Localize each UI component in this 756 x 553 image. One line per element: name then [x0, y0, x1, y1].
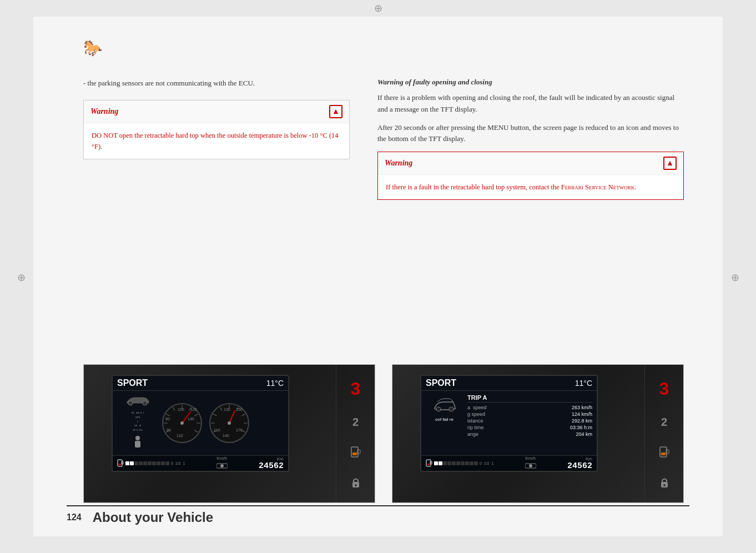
- oof-fail-text: oof fail re: [435, 417, 453, 422]
- trip-info-area: oof fail re TRIP A a speed 263 km/h g sp…: [421, 391, 597, 455]
- stat-value-0: 263 km/h: [572, 405, 592, 410]
- fuel-indicator-left: 0 1/2 1: [117, 459, 185, 468]
- stat-value-3: 03:36 h:m: [570, 425, 592, 430]
- tft-header-right: SPORT 11°C: [421, 376, 597, 391]
- fuel-seg: [157, 461, 160, 465]
- warning-header-1: Warning ▲: [84, 100, 349, 123]
- fuel-seg: [139, 461, 143, 465]
- gauge-2: 110 130 150 170 140: [207, 401, 251, 445]
- dist-label-right: Km: [567, 456, 592, 461]
- warning-title-2: Warning: [385, 159, 412, 168]
- fuel-seg: [148, 461, 152, 465]
- svg-point-48: [355, 484, 357, 486]
- warning-box-1: Warning ▲ DO NOT open the retractable ha…: [83, 100, 350, 159]
- car-silhouette: [124, 395, 152, 408]
- dash-inner-right: SPORT 11°C: [392, 365, 683, 502]
- warning-icon-2: ▲: [663, 157, 677, 170]
- panel-label-left: rk se s rurerss est c es: [131, 411, 144, 433]
- dash-right-side-left: 3 2: [336, 365, 375, 502]
- fuel-scale-left: 0 1/2 1: [171, 461, 185, 465]
- svg-rect-57: [661, 453, 666, 455]
- odometer-left: Km 24562: [259, 456, 284, 471]
- tft-mode-right: SPORT: [426, 378, 456, 388]
- fuel-seg: [134, 461, 138, 465]
- fuel-indicator-right: 0 1/2 1: [426, 459, 493, 468]
- svg-rect-45: [352, 453, 357, 455]
- gear-indicator-right: 3: [659, 379, 669, 399]
- stat-row-1: g speed 124 km/h: [467, 411, 592, 417]
- odometer-value-right: 24562: [567, 461, 592, 471]
- parking-sensors-text: - the parking sensors are not communicat…: [83, 78, 350, 89]
- odometer-value-left: 24562: [259, 461, 284, 471]
- dash-inner-left: SPORT 11°C: [84, 365, 375, 502]
- right-column: Warning of faulty opening and closing If…: [377, 78, 684, 211]
- section-title: Warning of faulty opening and closing: [377, 78, 684, 87]
- trip-left-panel: oof fail re: [424, 393, 465, 453]
- svg-point-60: [663, 484, 666, 486]
- warning-body-1: DO NOT open the retractable hard top whe…: [84, 123, 349, 159]
- svg-point-50: [449, 407, 453, 411]
- tft-temp-left: 11°C: [266, 379, 284, 388]
- warning-text-2-post: .: [634, 183, 636, 191]
- warning-body-2: If there is a fault in the retractable h…: [378, 175, 683, 199]
- stat-row-2: istance 292.8 km: [467, 418, 592, 424]
- page-footer: 124 About your Vehicle: [67, 505, 689, 525]
- svg-point-49: [436, 407, 441, 411]
- fuel-seg: [161, 461, 165, 465]
- tft-header-left: SPORT 11°C: [113, 376, 288, 391]
- gear-num-right: 2: [661, 416, 667, 429]
- svg-rect-3: [135, 441, 140, 448]
- gauges-container: 80 100 120 90 140 110: [160, 401, 285, 445]
- speed-label-right: Km/h: [525, 456, 536, 461]
- stat-value-4: 204 km: [576, 431, 592, 437]
- svg-text:100: 100: [178, 408, 184, 411]
- svg-text:90: 90: [165, 417, 170, 421]
- tft-bottom-left: 0 1/2 1 Km/h Km 24562: [113, 455, 288, 471]
- crossmark-right-mid: ⊕: [729, 272, 740, 283]
- svg-point-55: [529, 464, 532, 467]
- stat-row-3: rip time 03:36 h:m: [467, 425, 592, 430]
- footer-title: About your Vehicle: [93, 510, 213, 525]
- crossmark-left-mid: ⊕: [16, 272, 27, 283]
- stat-label-4: ange: [467, 431, 478, 437]
- svg-point-2: [135, 436, 140, 440]
- crossmark-top-center: ⊕: [372, 3, 384, 14]
- svg-text:120: 120: [190, 408, 197, 411]
- page-wrapper: 🐎 - the parking sensors are not communic…: [33, 17, 723, 536]
- svg-point-38: [228, 421, 231, 425]
- left-panel-icons: rk se s rurerss est c es: [115, 395, 160, 451]
- warning-text-1: DO NOT open the retractable hard top whe…: [92, 130, 341, 152]
- svg-text:170: 170: [236, 428, 243, 432]
- trip-stats: TRIP A a speed 263 km/h g speed 124 km/h…: [465, 393, 594, 453]
- ferrari-logo: 🐎: [83, 39, 103, 57]
- warning-text-2-link: Ferrari Service Network: [561, 183, 634, 191]
- svg-point-0: [128, 401, 133, 405]
- svg-text:110: 110: [214, 428, 220, 432]
- left-column: - the parking sensors are not communicat…: [83, 78, 350, 170]
- stat-value-1: 124 km/h: [572, 411, 592, 417]
- fuel-seg: [165, 461, 169, 465]
- stat-label-3: rip time: [467, 425, 484, 430]
- svg-text:110: 110: [177, 434, 183, 438]
- warning-text-2: If there is a fault in the retractable h…: [386, 182, 676, 193]
- gear-indicator-left: 3: [351, 379, 361, 399]
- svg-text:140: 140: [223, 434, 229, 438]
- odometer-right: Km 24562: [567, 456, 592, 471]
- speed-unit-left: Km/h: [216, 456, 228, 471]
- fuel-scale-right: 0 1/2 1: [480, 461, 493, 465]
- svg-rect-40: [119, 464, 121, 465]
- trip-label: TRIP A: [467, 394, 592, 403]
- page-number: 124: [67, 512, 82, 522]
- warning-text-2-pre: If there is a fault in the retractable h…: [386, 183, 561, 191]
- warning-header-2: Warning ▲: [378, 152, 683, 175]
- svg-text:80: 80: [167, 428, 171, 432]
- svg-rect-44: [351, 447, 358, 457]
- svg-rect-52: [427, 464, 430, 465]
- right-para-2: After 20 seconds or after pressing the M…: [377, 122, 684, 145]
- svg-text:150: 150: [236, 408, 243, 411]
- stat-row-4: ange 204 km: [467, 431, 592, 437]
- tft-mode-left: SPORT: [117, 378, 148, 388]
- right-para-1: If there is a problem with opening and c…: [377, 92, 684, 115]
- dash-right-side-right: 3 2: [644, 365, 683, 502]
- svg-point-43: [220, 464, 224, 467]
